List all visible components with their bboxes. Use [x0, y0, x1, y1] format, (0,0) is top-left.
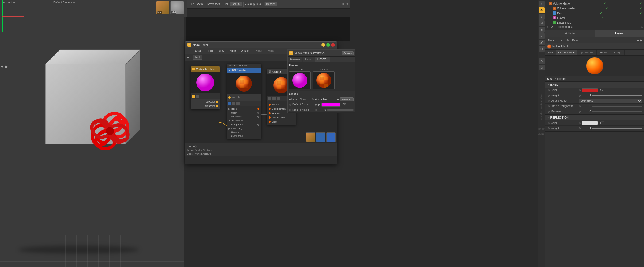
cube-vis[interactable]: ✓	[600, 11, 603, 15]
mat-tab-optimizations[interactable]: Optimizations	[577, 50, 597, 55]
edit-button[interactable]: Edit	[557, 38, 564, 42]
output-port-volume-dot[interactable]	[269, 112, 271, 114]
diffuse-roughness-circle2[interactable]	[579, 105, 581, 107]
right-icon-5[interactable]: ⊞	[558, 25, 561, 28]
group-metalness-port[interactable]	[257, 116, 259, 118]
tool-grid[interactable]: ⊟	[539, 65, 545, 70]
node-menu-edit[interactable]: Edit	[207, 49, 214, 53]
diffuse-model-circle[interactable]	[548, 100, 550, 102]
mini-thumb-3[interactable]	[326, 132, 336, 142]
scene-item-flower[interactable]: ✿ Flower ✓ ✓	[546, 15, 643, 20]
diffuse-roughness-circle[interactable]	[548, 105, 550, 107]
node-menu-create[interactable]: Create	[194, 49, 204, 53]
va-presets-button[interactable]: Presets...	[340, 97, 354, 101]
mini-thumb-1[interactable]	[306, 132, 315, 142]
node-menu-debug[interactable]: Debug	[254, 49, 263, 53]
volume-master-vis[interactable]: ✓	[604, 2, 607, 5]
node-menu-hamburger[interactable]: ☰	[186, 49, 191, 53]
group-base-port[interactable]	[257, 108, 259, 110]
node-rs-standard[interactable]: Standard Material ● RS Standard	[227, 64, 261, 139]
base-color-circle2[interactable]	[579, 89, 581, 91]
output-port-light[interactable]: Light	[267, 120, 296, 124]
icon-dot4[interactable]: ▣	[253, 3, 255, 6]
reflection-color-circle[interactable]	[548, 122, 550, 124]
va-default-color-swatch[interactable]	[321, 103, 340, 107]
prefs-menu[interactable]: Preferences	[205, 2, 221, 6]
right-icon-2[interactable]: A	[549, 25, 550, 28]
group-base[interactable]: ▶ Base	[228, 107, 259, 111]
tool-pen[interactable]: ✒	[539, 33, 545, 39]
port-outScalar-dot[interactable]	[216, 105, 218, 107]
group-roughness[interactable]: Roughness	[231, 123, 259, 127]
viewport-3d[interactable]: perspective Default Camera ⊕ + ▶	[0, 0, 184, 267]
va-tab-general[interactable]: General	[315, 57, 330, 62]
window-minimize-button[interactable]	[321, 43, 325, 47]
va-default-color-picker[interactable]: ⌫	[342, 103, 346, 106]
base-color-swatch[interactable]	[582, 88, 598, 92]
va-default-scalar-circle1[interactable]	[289, 109, 291, 111]
va-tab-preview[interactable]: Preview	[288, 57, 303, 62]
node-vertex-footer-icon1[interactable]	[192, 95, 195, 98]
tool-transform[interactable]: ⊞	[539, 27, 545, 33]
group-color[interactable]: Color	[231, 111, 259, 115]
metalness-circle2[interactable]	[579, 111, 581, 113]
diffuse-roughness-slider[interactable]	[592, 106, 642, 107]
icon-dot2[interactable]: ■	[247, 3, 249, 6]
node-standard-footer-icon2[interactable]	[232, 102, 235, 105]
material-thumb-1[interactable]: Mat	[156, 1, 169, 14]
base-section-header[interactable]: ▼ BASE	[545, 82, 644, 88]
node-output-footer-icon2[interactable]	[272, 97, 276, 100]
render-button[interactable]: Render	[264, 2, 277, 6]
volume-master-render[interactable]: ✓	[640, 2, 643, 5]
node-menu-node[interactable]: Node	[228, 49, 237, 53]
diffuse-model-select[interactable]: Oren-Nayar	[579, 99, 642, 103]
mode-arrows-right[interactable]: ▶	[640, 39, 642, 42]
right-icon-8[interactable]: ▣	[568, 25, 570, 28]
tool-move[interactable]: ✛	[539, 7, 545, 13]
right-icon-9[interactable]: ≡	[571, 25, 573, 28]
reflection-weight-slider[interactable]	[592, 128, 642, 129]
right-icon-3[interactable]: A	[551, 25, 553, 28]
material-thumb-2[interactable]: Mat	[170, 1, 184, 14]
group-bumpmap[interactable]: Bump Map	[231, 135, 259, 138]
scene-item-linear-field[interactable]: ≡ Linear Field	[546, 20, 643, 24]
node-editor-controls[interactable]	[321, 43, 335, 47]
base-weight-circle2[interactable]	[579, 95, 581, 97]
mat-tab-base-properties[interactable]: Base Properties	[556, 50, 577, 55]
right-icon-7[interactable]: ▦	[565, 25, 567, 28]
base-color-circle[interactable]	[548, 89, 550, 91]
mat-label[interactable]: Mat	[193, 55, 202, 60]
right-icon-1[interactable]: ↕	[546, 25, 548, 28]
reflection-color-picker-icon[interactable]: ⌫	[600, 121, 604, 125]
node-menu-mode[interactable]: Mode	[267, 49, 276, 53]
tool-rotate[interactable]: ↻	[539, 14, 545, 20]
scene-item-volume-master[interactable]: V Volume Master ✓ ✓	[546, 1, 643, 6]
output-port-environment-dot[interactable]	[269, 116, 271, 119]
volume-builder-render[interactable]: ✓	[640, 7, 643, 10]
node-output-footer-icon1[interactable]	[268, 97, 271, 100]
right-icon-close[interactable]: ✕	[641, 25, 643, 28]
node-menu-view[interactable]: View	[217, 49, 225, 53]
output-port-surface-dot[interactable]	[269, 104, 271, 106]
base-color-picker-icon[interactable]: ⌫	[600, 88, 604, 92]
reflection-weight-circle2[interactable]	[579, 127, 581, 129]
group-metalness[interactable]: Metalness	[231, 115, 259, 119]
icon-dot1[interactable]: ●	[245, 3, 247, 6]
group-geometry[interactable]: ▶ Geometry	[228, 127, 259, 131]
standard-port-outcolor-dot[interactable]	[228, 96, 231, 99]
reflection-section-header[interactable]: ▼ REFLECTION	[545, 115, 644, 120]
node-toolbar-square[interactable]: □	[190, 56, 192, 59]
node-standard-footer-icon3[interactable]	[236, 102, 240, 105]
cube-render[interactable]: ✓	[640, 11, 643, 15]
metalness-slider[interactable]	[592, 111, 642, 112]
va-default-scalar-slider[interactable]	[327, 109, 354, 111]
base-weight-circle[interactable]	[548, 95, 550, 97]
output-port-light-dot[interactable]	[269, 121, 271, 123]
tool-eyedropper[interactable]: ⬡	[539, 46, 545, 52]
mat-tab-basic[interactable]: Basic	[545, 50, 556, 55]
mode-arrows-left[interactable]: ◀	[637, 39, 639, 42]
tool-select[interactable]: ↖	[539, 1, 545, 7]
window-maximize-button[interactable]	[326, 43, 330, 47]
standard-port-outcolor[interactable]: outColor	[227, 95, 261, 100]
port-outColor[interactable]: outColor	[191, 100, 220, 104]
